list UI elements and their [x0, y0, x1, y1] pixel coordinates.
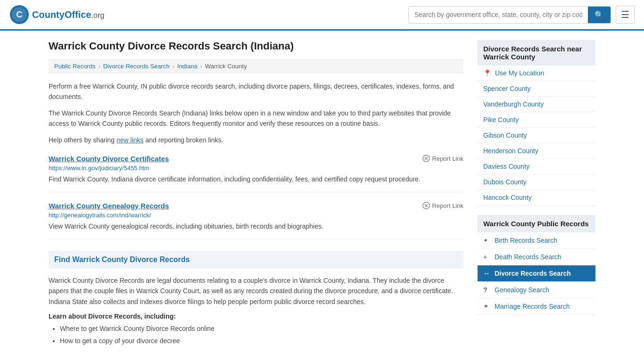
- record-item-header-2: Warrick County Genealogy Records Report …: [49, 202, 463, 210]
- hamburger-menu-button[interactable]: ☰: [616, 6, 635, 24]
- record-desc-2: View Warrick County genealogical records…: [49, 222, 463, 231]
- sidebar-county-link-6[interactable]: Dubois County: [483, 178, 527, 186]
- sidebar-public-records-title: Warrick County Public Records: [478, 215, 595, 232]
- svg-text:C: C: [17, 10, 23, 19]
- find-section: Find Warrick County Divorce Records Warr…: [49, 251, 463, 346]
- sidebar-public-records-section: Warrick County Public Records ✦ Birth Re…: [478, 215, 595, 315]
- report-icon-1: [422, 155, 430, 162]
- sidebar-county-link-5[interactable]: Daviess County: [483, 163, 529, 170]
- learn-title: Learn about Divorce Records, including:: [49, 313, 463, 320]
- description-para-2: The Warrick County Divorce Records Searc…: [49, 108, 463, 129]
- sidebar-county-link-4[interactable]: Henderson County: [483, 147, 538, 155]
- sidebar-county-link-7[interactable]: Hancock County: [483, 194, 532, 201]
- sidebar-county-4[interactable]: Henderson County: [478, 143, 595, 159]
- description-para-1: Perform a free Warrick County, IN public…: [49, 81, 463, 102]
- sidebar-pub-rec-1[interactable]: + Death Records Search: [478, 249, 595, 265]
- sidebar-nearby-title: Divorce Records Search near Warrick Coun…: [478, 40, 595, 66]
- sidebar-county-1[interactable]: Vanderburgh County: [478, 97, 595, 112]
- header-right: 🔍 ☰: [408, 6, 635, 24]
- logo-text: CountyOffice.org: [32, 9, 104, 20]
- pub-rec-link-2[interactable]: Divorce Records Search: [495, 270, 571, 277]
- record-item-header-1: Warrick County Divorce Certificates Repo…: [49, 155, 463, 163]
- description-para-3: Help others by sharing new links and rep…: [49, 135, 463, 145]
- pub-rec-link-4[interactable]: Marriage Records Search: [495, 303, 570, 310]
- breadcrumb: Public Records › Divorce Records Search …: [49, 59, 463, 74]
- new-links-link[interactable]: new links: [116, 136, 144, 144]
- record-url-2[interactable]: http://genealogytrails.com/ind/warrick/: [49, 212, 463, 219]
- breadcrumb-sep-3: ›: [200, 63, 202, 70]
- sidebar: Divorce Records Search near Warrick Coun…: [478, 40, 595, 348]
- site-header: C CountyOffice.org 🔍 ☰: [0, 0, 644, 31]
- birth-icon: ✦: [483, 237, 491, 244]
- find-section-title: Find Warrick County Divorce Records: [49, 251, 463, 269]
- logo-area[interactable]: C CountyOffice.org: [9, 5, 104, 25]
- search-icon: 🔍: [594, 11, 604, 19]
- sidebar-county-5[interactable]: Daviess County: [478, 159, 595, 174]
- breadcrumb-public-records[interactable]: Public Records: [54, 63, 95, 70]
- search-input[interactable]: [409, 7, 588, 22]
- record-desc-1: Find Warrick County, Indiana divorce cer…: [49, 174, 463, 184]
- content-area: Warrick County Divorce Records Search (I…: [49, 40, 463, 348]
- breadcrumb-sep-2: ›: [173, 63, 174, 70]
- logo-icon: C: [9, 5, 29, 25]
- find-para-1: Warrick County Divorce Records are legal…: [49, 275, 463, 307]
- sidebar-county-link-2[interactable]: Pike County: [483, 116, 519, 123]
- learn-item-1: How to get a copy of your divorce decree: [60, 336, 463, 346]
- marriage-icon: ⚭: [483, 303, 491, 310]
- record-url-1[interactable]: https://www.in.gov/judiciary/5455.htm: [49, 165, 463, 172]
- sidebar-county-link-0[interactable]: Spencer County: [483, 85, 530, 92]
- breadcrumb-warrick-county: Warrick County: [205, 63, 247, 70]
- location-pin-icon: 📍: [483, 69, 491, 77]
- sidebar-pub-rec-0[interactable]: ✦ Birth Records Search: [478, 232, 595, 249]
- sidebar-county-2[interactable]: Pike County: [478, 112, 595, 128]
- record-title-1[interactable]: Warrick County Divorce Certificates: [49, 155, 169, 163]
- sidebar-use-location[interactable]: 📍 Use My Location: [478, 66, 595, 81]
- record-item-genealogy-records: Warrick County Genealogy Records Report …: [49, 202, 463, 239]
- sidebar-county-0[interactable]: Spencer County: [478, 81, 595, 97]
- pub-rec-link-0[interactable]: Birth Records Search: [495, 237, 557, 244]
- report-link-button-1[interactable]: Report Link: [422, 155, 463, 162]
- sidebar-county-link-1[interactable]: Vanderburgh County: [483, 100, 544, 108]
- genealogy-icon: ?: [483, 286, 491, 294]
- sidebar-pub-rec-2[interactable]: ↔ Divorce Records Search: [478, 265, 595, 282]
- main-container: Warrick County Divorce Records Search (I…: [39, 31, 605, 358]
- pub-rec-link-1[interactable]: Death Records Search: [495, 253, 561, 261]
- sidebar-county-7[interactable]: Hancock County: [478, 190, 595, 206]
- search-button[interactable]: 🔍: [588, 7, 611, 23]
- record-title-2[interactable]: Warrick County Genealogy Records: [49, 202, 169, 210]
- report-link-button-2[interactable]: Report Link: [422, 202, 463, 209]
- breadcrumb-sep-1: ›: [98, 63, 100, 70]
- learn-list: Where to get Warrick County Divorce Reco…: [49, 324, 463, 346]
- report-icon-2: [422, 202, 430, 209]
- sidebar-county-3[interactable]: Gibson County: [478, 128, 595, 143]
- page-title: Warrick County Divorce Records Search (I…: [49, 40, 463, 52]
- divorce-icon: ↔: [483, 270, 491, 277]
- pub-rec-link-3[interactable]: Genealogy Search: [495, 286, 549, 294]
- sidebar-county-link-3[interactable]: Gibson County: [483, 132, 527, 139]
- learn-item-0: Where to get Warrick County Divorce Reco…: [60, 324, 463, 334]
- search-form: 🔍: [408, 6, 611, 24]
- breadcrumb-divorce-records-search[interactable]: Divorce Records Search: [103, 63, 170, 70]
- death-icon: +: [483, 253, 491, 261]
- sidebar-nearby-section: Divorce Records Search near Warrick Coun…: [478, 40, 595, 206]
- record-item-divorce-certificates: Warrick County Divorce Certificates Repo…: [49, 155, 463, 192]
- use-my-location-link[interactable]: Use My Location: [495, 69, 544, 77]
- sidebar-pub-rec-4[interactable]: ⚭ Marriage Records Search: [478, 298, 595, 315]
- sidebar-county-6[interactable]: Dubois County: [478, 174, 595, 190]
- sidebar-pub-rec-3[interactable]: ? Genealogy Search: [478, 282, 595, 298]
- breadcrumb-indiana[interactable]: Indiana: [177, 63, 198, 70]
- hamburger-icon: ☰: [621, 9, 629, 20]
